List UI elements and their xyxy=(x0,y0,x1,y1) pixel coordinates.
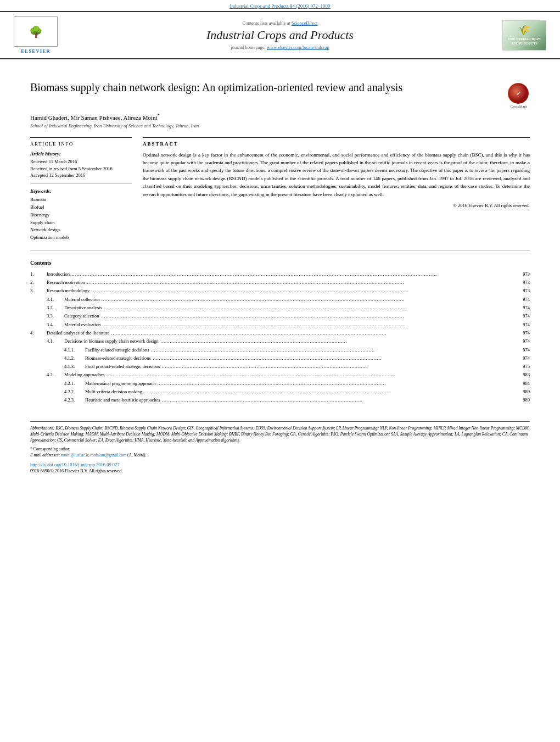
toc-item-3: 3. Research methodology …………………………………………… xyxy=(30,287,530,295)
sciencedirect-link[interactable]: ScienceDirect xyxy=(292,20,318,26)
toc-page: 974 xyxy=(523,295,530,304)
abstract-col: ABSTRACT Optimal network design is a key… xyxy=(143,137,530,242)
toc-page: 973 xyxy=(523,287,530,295)
toc-item-32: 3.2. Descriptive analysis ……………………………………… xyxy=(30,304,530,312)
toc-title: Facility-related strategic decisions xyxy=(85,346,149,354)
article-info-abstract-section: ARTICLE INFO Article history: Received 1… xyxy=(30,137,530,242)
elsevier-logo-area: 🌳 ELSEVIER xyxy=(11,16,60,54)
article-info-label: ARTICLE INFO xyxy=(30,141,132,147)
toc-title: Descriptive analysis xyxy=(64,304,102,312)
toc-title: Modeling approaches xyxy=(64,371,104,379)
email-1[interactable]: moini@iust.ac.ir xyxy=(61,453,88,458)
toc-num: 3. xyxy=(30,287,47,295)
toc-subsubnum: 4.2.2. xyxy=(64,388,85,396)
toc-subsubnum: 4.1.1. xyxy=(64,346,85,354)
journal-logo-right-text: INDUSTRIAL CROPS AND PRODUCTS xyxy=(505,37,544,46)
svg-text:✓: ✓ xyxy=(516,91,520,97)
email-2[interactable]: moiniam@gmail.com xyxy=(91,453,126,458)
toc-dots: …………………………………………………………………………………………………………… xyxy=(104,371,523,379)
toc-page: 983 xyxy=(523,371,530,379)
toc-item-34: 3.4. Material evaluation ………………………………………… xyxy=(30,321,530,329)
toc-page: 974 xyxy=(523,354,530,362)
elsevier-logo: 🌳 xyxy=(14,16,58,47)
toc-title: Category selection xyxy=(64,312,99,320)
email-addresses: E-mail addresses: moini@iust.ac.ir, moin… xyxy=(30,453,530,458)
journal-homepage-link[interactable]: www.elsevier.com/locate/indcrop xyxy=(267,44,329,50)
toc-item-412: 4.1.2. Biomass-related strategic decisio… xyxy=(30,354,530,362)
toc-title: Material collection xyxy=(64,295,99,304)
toc-subnum: 3.2. xyxy=(47,304,64,312)
crossmark-label: CrossMark xyxy=(508,104,530,109)
keyword-supply-chain: Supply chain xyxy=(30,219,132,226)
toc-dots: …………………………………………………………………………………………………………… xyxy=(142,388,523,396)
toc-item-413: 4.1.3. Final product-related strategic d… xyxy=(30,362,530,371)
toc-title: Biomass-related strategic decisions xyxy=(85,354,151,362)
toc-page: 974 xyxy=(523,312,530,320)
toc-page: 989 xyxy=(523,396,530,404)
toc-page: 973 xyxy=(523,270,530,278)
toc-page: 984 xyxy=(523,380,530,388)
journal-citation: Industrial Crops and Products 94 (2016) … xyxy=(0,0,560,11)
doi-link[interactable]: http://dx.doi.org/10.1016/j.indcrop.2016… xyxy=(30,462,530,467)
toc-page: 975 xyxy=(523,362,530,371)
toc-subsubnum: 4.2.3. xyxy=(64,396,85,404)
keyword-biomass: Biomass xyxy=(30,196,132,203)
toc-title: Mathematical programming approach xyxy=(85,380,155,388)
toc-subsubnum: 4.2.1. xyxy=(64,380,85,388)
toc-page: 973 xyxy=(523,278,530,287)
journal-header-center: Contents lists available at ScienceDirec… xyxy=(66,20,494,50)
journal-homepage: journal homepage: www.elsevier.com/locat… xyxy=(66,44,494,50)
toc-dots: …………………………………………………………………………………………………………… xyxy=(160,396,523,404)
toc-item-423: 4.2.3. Heuristic and meta-heuristic appr… xyxy=(30,396,530,404)
abstract-text: Optimal network design is a key factor i… xyxy=(143,151,530,198)
toc-num: 1. xyxy=(30,270,47,278)
section-divider xyxy=(30,250,530,251)
toc-item-421: 4.2.1. Mathematical programming approach… xyxy=(30,380,530,388)
crossmark-icon: ✓ xyxy=(508,83,529,104)
toc-item-41: 4.1. Decisions in biomass supply chain n… xyxy=(30,337,530,345)
article-title-text: Biomass supply chain network design: An … xyxy=(30,80,508,94)
toc-title: Decisions in biomass supply chain networ… xyxy=(64,337,159,345)
toc-subnum: 3.3. xyxy=(47,312,64,320)
toc-num: 2. xyxy=(30,278,47,287)
footer-section: Abbreviations: BSC, Biomass Supply Chain… xyxy=(30,421,530,474)
toc-subsubnum: 4.1.3. xyxy=(64,362,85,371)
toc-page: 989 xyxy=(523,388,530,396)
toc-page: 974 xyxy=(523,321,530,329)
toc-item-4: 4. Detailed analyses of the literature …… xyxy=(30,329,530,337)
toc-item-42: 4.2. Modeling approaches ………………………………………… xyxy=(30,371,530,379)
toc-subnum: 3.4. xyxy=(47,321,64,329)
toc-title: Introduction xyxy=(47,270,70,278)
article-history-label: Article history: xyxy=(30,151,132,157)
toc-dots: …………………………………………………………………………………………………………… xyxy=(109,329,523,337)
toc-dots: …………………………………………………………………………………………………………… xyxy=(160,362,523,371)
toc-title: Research motivation xyxy=(47,278,85,287)
tree-icon: 🌳 xyxy=(29,26,43,37)
toc-item-411: 4.1.1. Facility-related strategic decisi… xyxy=(30,346,530,354)
journal-title: Industrial Crops and Products xyxy=(66,28,494,42)
received-date: Received 11 March 2016 xyxy=(30,159,132,165)
journal-header: 🌳 ELSEVIER Contents lists available at S… xyxy=(0,11,560,59)
toc-title: Multi-criteria decision making xyxy=(85,388,142,396)
toc-title: Heuristic and meta-heuristic approaches xyxy=(85,396,160,404)
toc-num: 4. xyxy=(30,329,47,337)
crossmark-badge: ✓ CrossMark xyxy=(508,83,530,105)
email-note: (A. Moini). xyxy=(127,453,146,458)
toc-dots: …………………………………………………………………………………………………………… xyxy=(70,270,523,278)
journal-logo-right-area: 🌾 INDUSTRIAL CROPS AND PRODUCTS xyxy=(500,20,549,51)
toc-item-422: 4.2.2. Multi-criteria decision making ……… xyxy=(30,388,530,396)
toc-dots: …………………………………………………………………………………………………………… xyxy=(99,312,523,320)
keywords-label: Keywords: xyxy=(30,188,132,194)
journal-logo-right: 🌾 INDUSTRIAL CROPS AND PRODUCTS xyxy=(502,20,546,51)
copyright: © 2016 Elsevier B.V. All rights reserved… xyxy=(143,203,530,208)
toc-dots: …………………………………………………………………………………………………………… xyxy=(149,346,523,354)
article-info-col: ARTICLE INFO Article history: Received 1… xyxy=(30,137,132,242)
toc-dots: …………………………………………………………………………………………………………… xyxy=(102,304,523,312)
toc-page: 974 xyxy=(523,337,530,345)
toc-dots: …………………………………………………………………………………………………………… xyxy=(99,295,523,304)
email-label: E-mail addresses: xyxy=(30,453,60,458)
contents-list: 1. Introduction ………………………………………………………………… xyxy=(30,270,530,405)
sciencedirect-availability: Contents lists available at ScienceDirec… xyxy=(66,20,494,26)
toc-item-2: 2. Research motivation ……………………………………………… xyxy=(30,278,530,287)
corresponding-star: * xyxy=(158,113,160,118)
